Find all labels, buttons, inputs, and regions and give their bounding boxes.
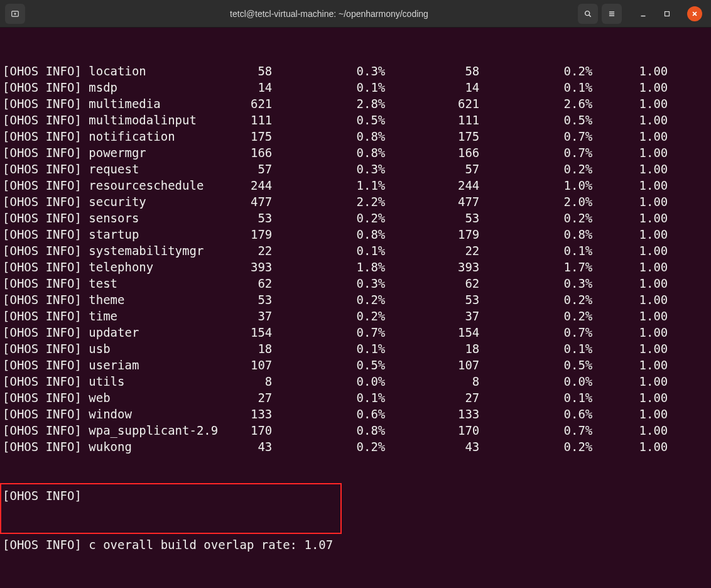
col3: 58 — [385, 63, 479, 79]
col5: 1.00 — [592, 144, 668, 161]
module-name: location — [89, 63, 236, 79]
module-name: time — [89, 308, 236, 324]
table-row: [OHOS INFO] updater1540.7%1540.7%1.00 — [3, 324, 708, 340]
table-row: [OHOS INFO] msdp140.1%140.1%1.00 — [3, 79, 708, 95]
col2: 2.2% — [272, 193, 385, 210]
col3: 43 — [385, 438, 479, 455]
col1: 8 — [236, 373, 272, 389]
col1: 477 — [236, 193, 272, 210]
module-name: web — [89, 389, 236, 406]
col5: 1.00 — [592, 340, 668, 357]
col2: 0.8% — [272, 226, 385, 242]
col5: 1.00 — [592, 259, 668, 275]
col4: 0.1% — [479, 79, 592, 95]
col1: 27 — [236, 389, 272, 406]
module-name: notification — [89, 128, 236, 144]
col2: 1.8% — [272, 259, 385, 275]
col1: 154 — [236, 324, 272, 340]
module-name: sensors — [89, 210, 236, 226]
col4: 0.3% — [479, 275, 592, 291]
log-prefix: [OHOS INFO] — [3, 406, 82, 422]
log-prefix: [OHOS INFO] — [3, 112, 82, 128]
col1: 111 — [236, 112, 272, 128]
maximize-button[interactable] — [657, 4, 677, 24]
col2: 0.1% — [272, 242, 385, 259]
table-row: [OHOS INFO] wpa_supplicant-2.91700.8%170… — [3, 422, 708, 438]
col2: 0.2% — [272, 210, 385, 226]
table-row: [OHOS INFO] resourceschedule2441.1%2441.… — [3, 177, 708, 193]
col1: 244 — [236, 177, 272, 193]
col2: 0.6% — [272, 406, 385, 422]
col2: 0.2% — [272, 308, 385, 324]
module-name: wpa_supplicant-2.9 — [89, 422, 236, 438]
col4: 0.2% — [479, 63, 592, 79]
col3: 107 — [385, 357, 479, 373]
col4: 0.2% — [479, 210, 592, 226]
log-prefix: [OHOS INFO] — [3, 226, 82, 242]
col3: 14 — [385, 79, 479, 95]
log-prefix: [OHOS INFO] — [3, 193, 82, 210]
log-prefix: [OHOS INFO] — [3, 210, 82, 226]
window-title: tetcl@tetcl-virtual-machine: ~/openharmo… — [80, 9, 578, 19]
col5: 1.00 — [592, 357, 668, 373]
col2: 1.1% — [272, 177, 385, 193]
col5: 1.00 — [592, 63, 668, 79]
col1: 58 — [236, 63, 272, 79]
col2: 0.3% — [272, 275, 385, 291]
col1: 14 — [236, 79, 272, 95]
col1: 107 — [236, 357, 272, 373]
log-prefix: [OHOS INFO] — [3, 128, 82, 144]
table-row: [OHOS INFO] window1330.6%1330.6%1.00 — [3, 406, 708, 422]
col2: 0.1% — [272, 389, 385, 406]
module-name: resourceschedule — [89, 177, 236, 193]
col4: 0.1% — [479, 340, 592, 357]
col1: 18 — [236, 340, 272, 357]
col5: 1.00 — [592, 373, 668, 389]
module-name: security — [89, 193, 236, 210]
col4: 0.7% — [479, 422, 592, 438]
module-name: multimodalinput — [89, 112, 236, 128]
col2: 0.0% — [272, 373, 385, 389]
minimize-button[interactable] — [633, 4, 653, 24]
table-row: [OHOS INFO] request570.3%570.2%1.00 — [3, 161, 708, 177]
col3: 27 — [385, 389, 479, 406]
col5: 1.00 — [592, 422, 668, 438]
table-row: [OHOS INFO] usb180.1%180.1%1.00 — [3, 340, 708, 357]
table-row: [OHOS INFO] systemabilitymgr220.1%220.1%… — [3, 242, 708, 259]
log-prefix: [OHOS INFO] — [3, 291, 82, 308]
col2: 0.5% — [272, 112, 385, 128]
col2: 0.8% — [272, 128, 385, 144]
col5: 1.00 — [592, 438, 668, 455]
module-name: window — [89, 406, 236, 422]
col3: 18 — [385, 340, 479, 357]
module-name: test — [89, 275, 236, 291]
col4: 0.0% — [479, 373, 592, 389]
col1: 170 — [236, 422, 272, 438]
col1: 53 — [236, 291, 272, 308]
menu-button[interactable] — [602, 4, 622, 24]
module-name: usb — [89, 340, 236, 357]
svg-line-4 — [589, 14, 591, 16]
col1: 57 — [236, 161, 272, 177]
col4: 0.8% — [479, 226, 592, 242]
table-row: [OHOS INFO] test620.3%620.3%1.00 — [3, 275, 708, 291]
col3: 179 — [385, 226, 479, 242]
close-button[interactable] — [687, 6, 702, 21]
table-row: [OHOS INFO] location580.3%580.2%1.00 — [3, 63, 708, 79]
col3: 166 — [385, 144, 479, 161]
terminal-output[interactable]: [OHOS INFO] location580.3%580.2%1.00[OHO… — [0, 28, 711, 588]
col4: 0.7% — [479, 128, 592, 144]
new-tab-button[interactable] — [5, 4, 25, 24]
log-prefix: [OHOS INFO] — [3, 487, 82, 504]
col3: 37 — [385, 308, 479, 324]
module-name: wukong — [89, 438, 236, 455]
col1: 53 — [236, 210, 272, 226]
col3: 170 — [385, 422, 479, 438]
col3: 175 — [385, 128, 479, 144]
search-button[interactable] — [578, 4, 598, 24]
col4: 1.0% — [479, 177, 592, 193]
table-row: [OHOS INFO] sensors530.2%530.2%1.00 — [3, 210, 708, 226]
col3: 57 — [385, 161, 479, 177]
col5: 1.00 — [592, 324, 668, 340]
col4: 0.7% — [479, 144, 592, 161]
